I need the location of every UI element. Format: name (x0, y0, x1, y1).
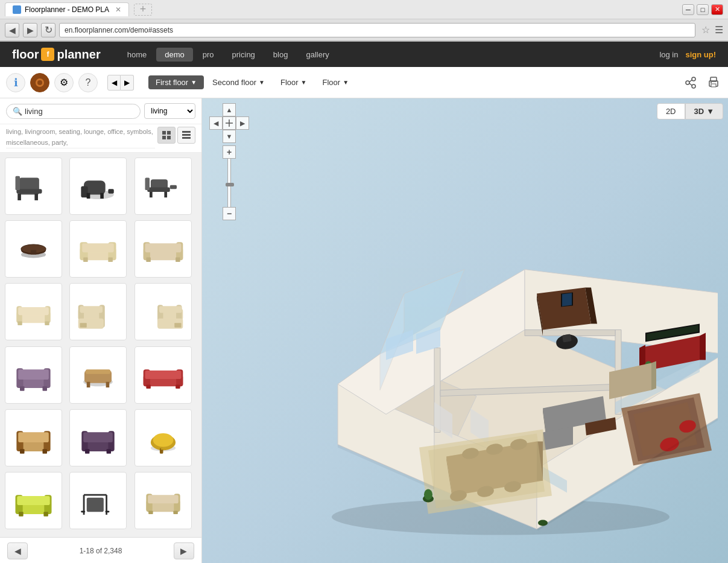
browser-tab[interactable]: Floorplanner - DEMO PLA ✕ (5, 2, 129, 16)
tab-close-button[interactable]: ✕ (115, 5, 121, 14)
pan-left-button[interactable]: ◀ (209, 116, 223, 130)
minimize-button[interactable]: ─ (682, 4, 694, 15)
list-item[interactable] (5, 409, 62, 466)
login-button[interactable]: log in (659, 50, 678, 59)
svg-marker-180 (651, 361, 656, 390)
list-item[interactable] (69, 346, 127, 404)
svg-rect-84 (146, 384, 151, 389)
page-info: 1-18 of 2,348 (80, 547, 122, 555)
list-item[interactable] (135, 346, 192, 404)
grid-view-button[interactable] (157, 127, 176, 144)
info-tool[interactable]: ℹ (6, 73, 25, 92)
close-window-button[interactable]: ✕ (711, 4, 723, 15)
address-bar[interactable] (59, 23, 695, 37)
svg-rect-95 (83, 432, 113, 442)
list-item[interactable] (5, 346, 62, 404)
list-item[interactable] (69, 157, 127, 215)
floor-next-button[interactable]: ▶ (121, 75, 134, 91)
floor-tab-fourth[interactable]: Floor ▼ (315, 75, 356, 89)
nav-pro[interactable]: pro (194, 48, 223, 62)
logo-icon: f (41, 48, 54, 61)
floor-tab-fourth-label: Floor (323, 78, 341, 87)
list-item[interactable] (5, 472, 62, 529)
list-item[interactable] (69, 283, 127, 340)
browser-menu-button[interactable]: ☰ (715, 24, 723, 36)
svg-rect-102 (160, 448, 165, 450)
svg-rect-118 (148, 495, 179, 503)
view-toggle (157, 127, 195, 144)
nav-gallery[interactable]: gallery (297, 48, 337, 62)
pan-up-button[interactable]: ▲ (223, 103, 236, 116)
prev-page-button[interactable]: ◀ (7, 542, 28, 559)
list-item[interactable] (5, 220, 62, 278)
list-view-button[interactable] (177, 127, 195, 144)
logo[interactable]: floor f planner (12, 48, 101, 62)
pan-center-button[interactable] (223, 116, 236, 130)
pan-down-button[interactable]: ▼ (223, 130, 236, 143)
maximize-button[interactable]: □ (697, 4, 709, 15)
list-item[interactable] (135, 283, 192, 340)
canvas-area[interactable]: 2D 3D ▼ ▲ ◀ ▶ (202, 98, 728, 563)
search-input[interactable] (25, 107, 134, 116)
nav-home[interactable]: home (119, 48, 156, 62)
list-item[interactable] (135, 220, 192, 278)
svg-rect-38 (31, 250, 36, 255)
refresh-button[interactable]: ↻ (41, 23, 55, 37)
list-item[interactable] (135, 409, 192, 466)
2d-view-button[interactable]: 2D (657, 103, 685, 119)
floor-tab-first[interactable]: First floor ▼ (148, 75, 204, 89)
zoom-controls: + − (223, 145, 236, 220)
forward-button[interactable]: ▶ (23, 23, 37, 37)
list-item[interactable] (69, 409, 127, 466)
floor-tabs: First floor ▼ Second floor ▼ Floor ▼ Flo… (148, 75, 677, 89)
list-item[interactable] (135, 157, 192, 215)
next-page-button[interactable]: ▶ (174, 542, 194, 559)
nav-blog[interactable]: blog (265, 48, 297, 62)
svg-rect-33 (150, 192, 153, 197)
svg-rect-61 (80, 307, 103, 313)
svg-rect-19 (16, 189, 42, 194)
zoom-out-button[interactable]: − (223, 207, 236, 220)
nav-pricing[interactable]: pricing (224, 48, 264, 62)
back-button[interactable]: ◀ (5, 23, 19, 37)
floorplan-3d-view[interactable] (265, 154, 718, 547)
floor-prev-button[interactable]: ◀ (107, 75, 121, 91)
floor-tab-first-arrow: ▼ (191, 79, 197, 86)
zoom-in-button[interactable]: + (223, 145, 236, 159)
list-item[interactable] (5, 157, 62, 215)
svg-rect-26 (109, 189, 114, 194)
svg-marker-148 (562, 293, 572, 306)
floor-tab-second[interactable]: Second floor ▼ (205, 75, 272, 89)
3d-view-button[interactable]: 3D ▼ (685, 103, 724, 119)
svg-rect-67 (159, 307, 182, 313)
print-icon[interactable] (705, 74, 722, 91)
svg-rect-77 (86, 369, 110, 374)
signup-button[interactable]: sign up! (685, 50, 716, 59)
bookmark-star[interactable]: ☆ (701, 24, 710, 36)
list-item[interactable] (69, 220, 127, 278)
tab-favicon (13, 5, 21, 14)
svg-marker-150 (700, 332, 706, 360)
share-icon[interactable] (682, 74, 699, 91)
svg-rect-34 (164, 192, 167, 197)
zoom-slider[interactable] (227, 159, 231, 207)
floor-tab-third[interactable]: Floor ▼ (273, 75, 314, 89)
settings-tool[interactable]: ⚙ (54, 73, 74, 92)
new-tab-button[interactable]: + (134, 4, 152, 16)
svg-rect-106 (17, 496, 49, 505)
zoom-handle[interactable] (226, 183, 234, 186)
help-tool[interactable]: ? (78, 73, 98, 92)
app-navigation: home demo pro pricing blog gallery (119, 48, 660, 62)
svg-point-2 (692, 77, 695, 81)
tags-section: living, livingroom, seating, lounge, off… (0, 124, 201, 153)
nav-demo[interactable]: demo (156, 48, 193, 62)
svg-rect-30 (147, 188, 170, 192)
list-item[interactable] (5, 283, 62, 340)
list-item[interactable] (69, 472, 127, 529)
objects-tool[interactable] (30, 73, 49, 92)
svg-rect-49 (146, 258, 151, 262)
category-select[interactable]: living kitchen bedroom bathroom (144, 103, 195, 119)
svg-rect-15 (182, 131, 191, 133)
pan-right-button[interactable]: ▶ (236, 116, 249, 130)
list-item[interactable] (135, 472, 192, 529)
